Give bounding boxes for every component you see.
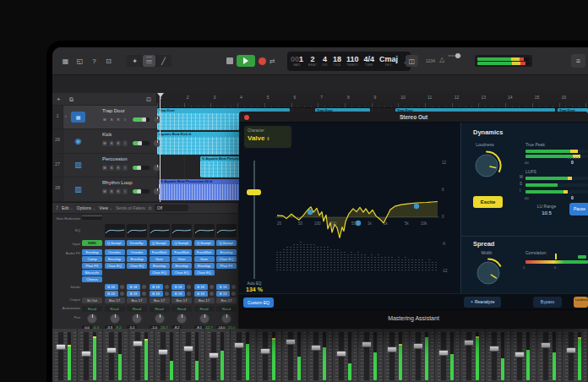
fader-track[interactable] bbox=[441, 332, 446, 380]
pan-knob[interactable] bbox=[199, 314, 210, 324]
send-knob[interactable] bbox=[231, 292, 236, 296]
fader-strip[interactable] bbox=[308, 329, 333, 382]
audio-fx-slot[interactable]: Phat FX bbox=[216, 263, 237, 269]
input-slot[interactable]: Q-Sampl. bbox=[172, 240, 192, 246]
disclosure-icon[interactable]: › bbox=[65, 113, 67, 118]
send-slot[interactable]: B 19 bbox=[150, 291, 163, 297]
plugin-titlebar[interactable]: Stereo Out bbox=[239, 112, 588, 123]
pan-knob[interactable] bbox=[177, 314, 187, 324]
track-r-button[interactable]: R bbox=[116, 140, 121, 146]
fader-cap[interactable] bbox=[464, 340, 474, 346]
record-button[interactable] bbox=[259, 57, 266, 65]
fader-strip[interactable] bbox=[486, 329, 511, 382]
fader-cap[interactable] bbox=[566, 347, 576, 353]
channel-strip[interactable]: Q-Sampl.EnvelopChan EQPhat FXB 18B 19Bus… bbox=[216, 214, 237, 329]
input-slot[interactable]: Q-Sampl. bbox=[105, 240, 125, 246]
duplicate-track-button[interactable]: ⧉ bbox=[69, 96, 74, 103]
volume-slider[interactable] bbox=[133, 117, 150, 122]
settings-icon[interactable]: ✦ bbox=[128, 55, 141, 67]
output-slot[interactable]: Bus 17 bbox=[194, 297, 215, 303]
audio-fx-slot[interactable]: Chan EQ bbox=[172, 270, 192, 276]
fader-track[interactable] bbox=[313, 332, 318, 380]
audio-fx-slot[interactable]: Overdrv bbox=[105, 249, 125, 255]
track-i-button[interactable]: I bbox=[122, 140, 128, 146]
mixer-menu-edit[interactable]: Edit ⌄ bbox=[62, 205, 74, 210]
input-slot[interactable]: DMD bbox=[82, 240, 102, 246]
fader-strip[interactable] bbox=[358, 329, 384, 382]
audio-fx-slot[interactable]: Chan EQ bbox=[105, 263, 125, 269]
fader-cap[interactable] bbox=[209, 352, 219, 358]
audio-fx-slot[interactable]: Envelop bbox=[216, 249, 237, 255]
loudness-compensation-button[interactable]: Loudness Compensation bbox=[574, 297, 588, 308]
fader-cap[interactable] bbox=[286, 339, 296, 345]
width-knob[interactable] bbox=[472, 257, 504, 289]
output-slot[interactable]: Bus 17 bbox=[172, 297, 192, 303]
fader-track[interactable] bbox=[263, 332, 268, 380]
send-slot[interactable]: B 18 bbox=[194, 284, 208, 290]
fader-track[interactable] bbox=[364, 332, 369, 380]
track-s-button[interactable]: S bbox=[109, 117, 114, 123]
fader-cap[interactable] bbox=[234, 342, 244, 348]
pan-knob[interactable] bbox=[87, 314, 97, 324]
audio-fx-slot[interactable]: Chan EQ bbox=[194, 270, 215, 276]
fader-cap[interactable] bbox=[514, 352, 525, 357]
fader-cap[interactable] bbox=[133, 341, 143, 347]
send-slot[interactable]: B 19 bbox=[127, 291, 140, 297]
audio-fx-slot[interactable]: Envelop bbox=[105, 256, 125, 262]
input-slot[interactable]: Q-Sampl. bbox=[216, 240, 237, 246]
eq-thumbnail[interactable] bbox=[216, 224, 237, 237]
fader-track[interactable] bbox=[416, 332, 421, 380]
audio-fx-slot[interactable]: Chorus bbox=[82, 276, 102, 282]
fader-cap[interactable] bbox=[438, 350, 449, 356]
send-slot[interactable]: B 19 bbox=[216, 291, 230, 297]
send-slot[interactable]: B 18 bbox=[216, 284, 230, 290]
input-slot[interactable]: Q-Sampl. bbox=[194, 240, 215, 246]
fader-track[interactable] bbox=[135, 332, 140, 380]
audio-fx-slot[interactable]: FuzzWah bbox=[194, 249, 215, 255]
auto-eq-slider-handle[interactable] bbox=[247, 189, 261, 195]
automation-slot[interactable]: Read bbox=[216, 306, 237, 312]
track-r-button[interactable]: R bbox=[116, 188, 121, 194]
audio-fx-slot[interactable]: Bitcrushr bbox=[82, 270, 102, 276]
fader-strip[interactable] bbox=[282, 329, 308, 382]
track-header-trap-door[interactable]: 1›▦Trap DoorMSRI bbox=[52, 106, 157, 129]
custom-eq-button[interactable]: Custom EQ bbox=[243, 297, 274, 308]
fader-strip[interactable] bbox=[78, 329, 103, 382]
volume-slider[interactable] bbox=[133, 189, 150, 194]
track-m-button[interactable]: M bbox=[102, 117, 107, 123]
fader-cap[interactable] bbox=[106, 347, 117, 353]
fader-strip[interactable] bbox=[103, 329, 128, 382]
loudness-knob[interactable] bbox=[471, 150, 503, 182]
track-header-rhythm-loop[interactable]: 28▥Rhythm LoopMSRI bbox=[52, 177, 157, 201]
pan-knob[interactable] bbox=[221, 314, 231, 324]
send-knob[interactable] bbox=[187, 292, 191, 296]
audio-fx-slot[interactable]: Chan EQ bbox=[150, 270, 170, 276]
send-knob[interactable] bbox=[120, 292, 124, 296]
audio-fx-slot[interactable]: Envelop bbox=[82, 249, 102, 255]
add-track-button[interactable]: + bbox=[57, 96, 61, 103]
send-slot[interactable]: B 19 bbox=[105, 291, 118, 297]
channel-strip[interactable]: Q-Sampl.FuzzWahGainEnvelopChan EQB 18B 1… bbox=[150, 214, 170, 329]
bar-ruler[interactable]: 1234567891011121314151617 bbox=[157, 93, 588, 108]
output-slot[interactable]: St Out bbox=[82, 297, 102, 303]
fader-strip[interactable] bbox=[333, 329, 358, 382]
sends-on-faders-select[interactable]: Off bbox=[155, 205, 188, 211]
send-slot[interactable]: B 18 bbox=[127, 284, 140, 290]
send-knob[interactable] bbox=[120, 285, 124, 289]
send-slot[interactable]: B 19 bbox=[194, 291, 208, 297]
track-header-config-button[interactable]: ⊡ bbox=[146, 96, 151, 103]
audio-fx-slot[interactable]: Envelop bbox=[150, 263, 170, 269]
fader-strip[interactable] bbox=[410, 329, 435, 382]
eq-thumbnail[interactable] bbox=[194, 224, 215, 237]
fader-cap[interactable] bbox=[541, 342, 551, 348]
send-knob[interactable] bbox=[210, 285, 214, 289]
channel-strip[interactable]: DrumSy.OverdrvEnvelopChan EQB 18B 19Bus … bbox=[127, 214, 147, 329]
fader-track[interactable] bbox=[543, 332, 548, 380]
track-s-button[interactable]: S bbox=[109, 140, 114, 146]
channel-strip[interactable]: Q-Sampl.FuzzWahGainEnvelopChan EQB 18B 1… bbox=[194, 214, 215, 329]
audio-fx-slot[interactable]: FuzzWah bbox=[172, 249, 192, 255]
fader-cap[interactable] bbox=[183, 346, 193, 352]
audio-fx-slot[interactable]: Gain bbox=[194, 256, 215, 262]
eq-thumbnail[interactable] bbox=[105, 224, 125, 237]
send-slot[interactable]: B 19 bbox=[172, 291, 185, 297]
